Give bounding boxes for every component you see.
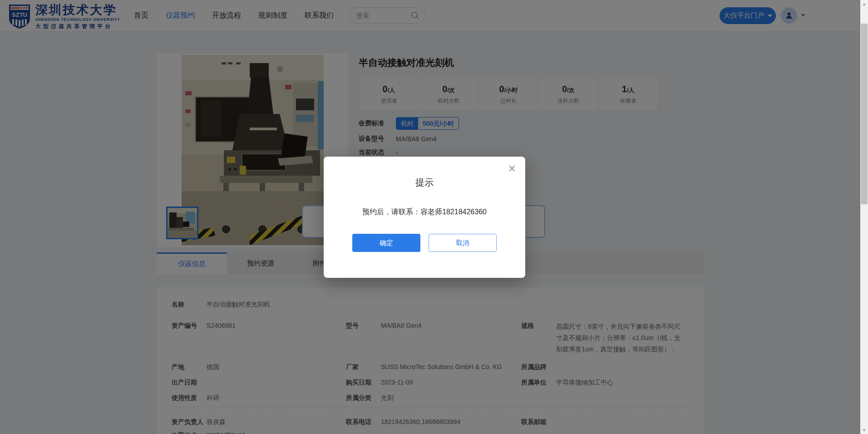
scrollbar-thumb[interactable]: [861, 24, 868, 204]
scroll-down-icon[interactable]: ▼: [860, 426, 868, 434]
modal-title: 提示: [324, 177, 525, 189]
modal-message: 预约后，请联系：容老师18218426360: [324, 207, 525, 217]
cancel-button[interactable]: 取消: [429, 234, 497, 252]
close-icon[interactable]: ✕: [508, 164, 516, 174]
notice-modal: ✕ 提示 预约后，请联系：容老师18218426360 确定 取消: [324, 157, 525, 278]
scrollbar[interactable]: ▲ ▼: [860, 0, 868, 434]
scroll-up-icon[interactable]: ▲: [860, 0, 868, 8]
confirm-button[interactable]: 确定: [352, 234, 420, 252]
